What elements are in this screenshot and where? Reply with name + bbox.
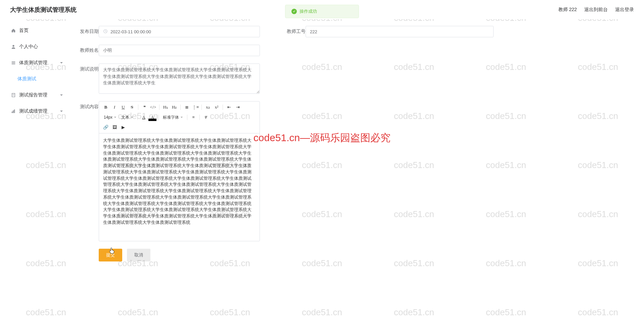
sidebar-item-score-mgmt[interactable]: 测试成绩管理 [0,103,70,119]
exit-to-front-link[interactable]: 退出到前台 [584,7,608,13]
teacher-name-label: 教师姓名 [80,45,99,53]
superscript-button[interactable]: x² [213,104,221,111]
paragraph-select[interactable]: 文本 [119,115,135,120]
test-desc-label: 测试说明 [80,64,99,72]
quote-button[interactable]: ❝ [140,104,148,111]
toolbar-separator [187,115,187,120]
clock-icon [103,29,108,35]
align-button[interactable]: ≡ [189,114,197,121]
image-button[interactable]: 🖼 [110,124,119,131]
font-family-select[interactable]: 标准字体 [161,115,185,120]
svg-rect-1 [12,62,15,62]
sidebar-item-report-mgmt[interactable]: 测试报告管理 [0,87,70,103]
chevron-down-icon [60,61,63,65]
chevron-down-icon [60,110,63,113]
toolbar-separator [201,105,202,110]
sidebar-item-profile[interactable]: 个人中心 [0,39,70,55]
sidebar-item-physical-test-mgmt[interactable]: 体质测试管理 [0,55,70,71]
svg-rect-5 [12,94,14,94]
sidebar-item-label: 体质测试 [17,76,63,82]
sidebar-item-label: 体质测试管理 [19,60,60,66]
editor-content[interactable]: 大学生体质测试管理系统大学生体质测试管理系统大学生体质测试管理系统大学生体质测试… [99,133,260,241]
cancel-button[interactable]: 取消 [127,249,150,261]
clear-format-button[interactable]: T [202,114,210,121]
indent-left-button[interactable]: ⇤ [225,104,233,111]
toolbar-separator [180,105,181,110]
teacher-id-input[interactable] [306,26,494,37]
toolbar-separator [199,115,200,120]
bg-color-button[interactable]: A [148,114,156,121]
svg-point-0 [12,45,14,47]
publish-date-group: 发布日期 [80,26,260,37]
teacher-name-input[interactable] [99,45,260,56]
toolbar-separator [158,115,159,120]
test-content-group: 测试内容 B I U S ❝ </> H₁ H₂ [80,101,260,241]
toolbar-separator [137,115,138,120]
app-title: 大学生体质测试管理系统 [10,6,77,14]
video-button[interactable]: ▶ [119,124,127,131]
toolbar-separator [138,105,138,110]
toolbar-separator [159,105,159,110]
svg-rect-7 [12,112,13,113]
logout-link[interactable]: 退出登录 [615,7,634,13]
svg-rect-9 [14,110,15,113]
svg-rect-8 [13,110,14,113]
unordered-list-button[interactable]: ⋮≡ [191,104,199,111]
h1-button[interactable]: H₁ [162,104,170,111]
publish-date-label: 发布日期 [80,26,99,35]
test-desc-group: 测试说明 [80,64,260,94]
sidebar-item-label: 测试成绩管理 [19,108,60,114]
sidebar-item-label: 测试报告管理 [19,92,60,98]
sidebar-item-label: 首页 [19,28,63,34]
indent-right-button[interactable]: ⇥ [234,104,242,111]
toolbar-separator [223,105,223,110]
subscript-button[interactable]: x₂ [204,104,212,111]
check-circle-icon [291,9,297,14]
teacher-name-group: 教师姓名 [80,45,260,56]
success-toast: 操作成功 [285,5,359,18]
publish-date-input[interactable] [99,26,260,37]
sidebar-item-label: 个人中心 [19,44,63,50]
link-button[interactable]: 🔗 [102,124,110,131]
sidebar-item-home[interactable]: 首页 [0,23,70,39]
font-size-select[interactable]: 14px [102,115,119,120]
report-icon [11,93,16,97]
publish-date-field[interactable] [110,29,256,34]
list-icon [11,60,16,65]
sidebar: 首页 个人中心 体质测试管理 体质测试 测试报告管理 测试成绩管理 [0,19,70,326]
toast-text: 操作成功 [300,8,317,14]
code-button[interactable]: </> [149,104,157,111]
italic-button[interactable]: I [110,104,119,111]
editor-toolbar: B I U S ❝ </> H₁ H₂ ≣ ⋮≡ [99,101,260,133]
ordered-list-button[interactable]: ≣ [183,104,191,111]
teacher-id-group: 教师工号 [287,26,494,37]
h2-button[interactable]: H₂ [170,104,178,111]
svg-rect-6 [12,95,14,95]
font-color-button[interactable]: A [140,114,148,121]
rich-text-editor: B I U S ❝ </> H₁ H₂ ≣ ⋮≡ [99,101,260,241]
home-icon [11,28,16,33]
user-icon [11,44,16,49]
sidebar-item-physical-test[interactable]: 体质测试 [0,71,70,87]
strikethrough-button[interactable]: S [128,104,136,111]
test-desc-textarea[interactable] [99,64,260,94]
submit-button[interactable]: 提交 [99,249,122,261]
teacher-id-label: 教师工号 [287,26,306,35]
chevron-down-icon [60,93,63,97]
bar-chart-icon [11,109,16,114]
test-content-label: 测试内容 [80,101,99,110]
underline-button[interactable]: U [119,104,127,111]
user-label[interactable]: 教师 222 [558,7,577,13]
svg-rect-3 [12,64,15,65]
bold-button[interactable]: B [102,104,110,111]
main-content: 发布日期 教师工号 教师姓名 测 [70,19,644,326]
svg-rect-2 [12,63,15,63]
